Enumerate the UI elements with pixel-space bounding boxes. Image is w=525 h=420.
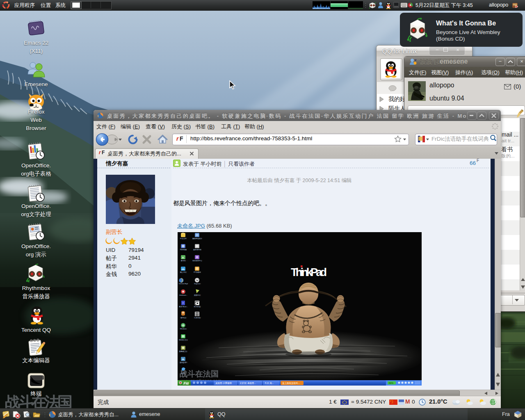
svg-text:PP加速器: PP加速器 bbox=[194, 271, 201, 273]
svg-text:网络移动监控: 网络移动监控 bbox=[192, 237, 202, 240]
svg-text:360安全卫士: 360安全卫士 bbox=[179, 339, 188, 341]
svg-text:thinkvant...: thinkvant... bbox=[179, 294, 187, 296]
svg-text:幻灯区 卓面秀...: 幻灯区 卓面秀... bbox=[240, 382, 256, 385]
svg-text:我的电脑: 我的电脑 bbox=[180, 249, 187, 251]
svg-text:涛涛日语: 涛涛日语 bbox=[194, 294, 201, 296]
svg-text:39%: 39% bbox=[388, 382, 394, 384]
svg-text:图书馆: 图书馆 bbox=[181, 260, 186, 262]
svg-text:这上面有没有叫...: 这上面有没有叫... bbox=[282, 382, 300, 385]
svg-text:工具备份: 工具备份 bbox=[194, 317, 201, 319]
svg-text:暴风影音5: 暴风影音5 bbox=[180, 361, 187, 363]
svg-text:Internet Expl: Internet Expl bbox=[179, 283, 188, 285]
svg-text:SogCast: SogCast bbox=[194, 283, 201, 285]
svg-text:Windows: Windows bbox=[180, 328, 187, 330]
svg-text:蓝牙 Bluet...: 蓝牙 Bluet... bbox=[179, 306, 188, 308]
svg-text:网上邻居: 网上邻居 bbox=[180, 271, 187, 273]
svg-text:中文文件: 中文文件 bbox=[180, 237, 187, 240]
svg-text:媒体播放器: 媒体播放器 bbox=[193, 249, 201, 251]
svg-text:战斗在法国: 战斗在法国 bbox=[180, 370, 219, 378]
svg-text:远见电竞平台: 远见电竞平台 bbox=[192, 260, 202, 262]
svg-text:ThinkPad: ThinkPad bbox=[291, 266, 327, 278]
svg-text:微信QQ: 微信QQ bbox=[180, 317, 186, 319]
svg-text:今天 高...: 今天 高... bbox=[265, 382, 274, 384]
svg-text:科达彩查: 科达彩查 bbox=[194, 306, 201, 308]
svg-text:开始: 开始 bbox=[183, 382, 189, 385]
svg-text:桌面秀-大家都来: 桌面秀-大家都来 bbox=[215, 382, 232, 385]
